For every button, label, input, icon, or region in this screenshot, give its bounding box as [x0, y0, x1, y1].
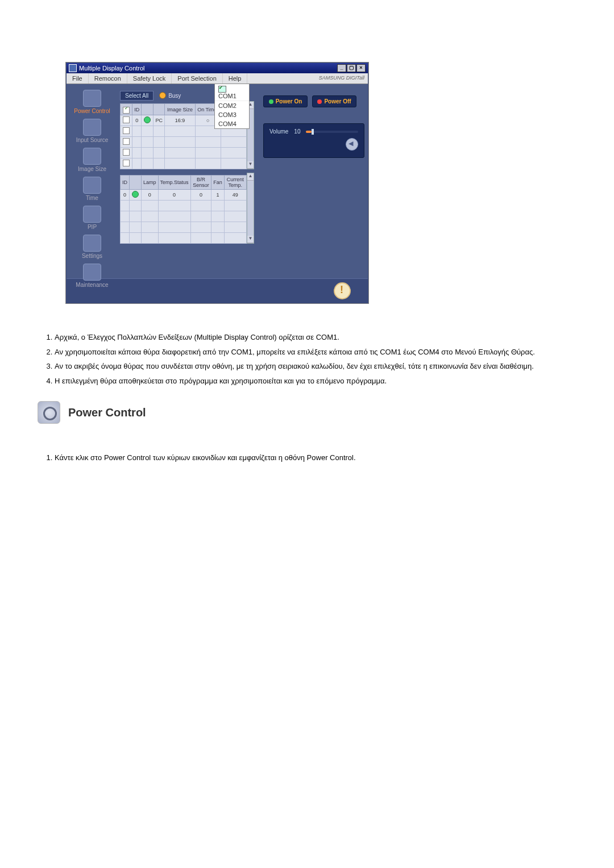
sidebar-item-pip[interactable]: PIP [67, 203, 118, 232]
list-item: Αρχικά, ο Έλεγχος Πολλαπλών Ενδείξεων (M… [55, 332, 575, 343]
warning-icon [334, 282, 351, 299]
source-icon [83, 119, 101, 136]
menu-help[interactable]: Help [223, 73, 248, 84]
list-item: Κάντε κλικ στο Power Control των κύριων … [55, 452, 575, 464]
port-option-com4[interactable]: COM4 [215, 119, 249, 128]
busy-indicator: Busy [159, 92, 181, 99]
table-row [121, 233, 247, 244]
power-on-button[interactable]: Power On [263, 95, 308, 107]
sidebar-item-settings[interactable]: Settings [67, 232, 118, 261]
sidebar-item-time[interactable]: Time [67, 174, 118, 203]
image-size-icon [83, 148, 101, 165]
scrollbar[interactable]: ▲▼ [247, 173, 254, 244]
menubar: File Remocon Safety Lock Port Selection … [67, 73, 368, 84]
section-header: Power Control [38, 401, 581, 424]
status-dot-icon [144, 116, 151, 123]
col2-brsensor: B/R Sensor [190, 176, 211, 190]
port-option-com1[interactable]: COM1 [215, 84, 249, 101]
col2-lamp: Lamp [142, 176, 159, 190]
app-window: Multiple Display Control _ ▢ × File Remo… [66, 62, 368, 303]
volume-label: Volume [269, 128, 288, 135]
table-row [121, 137, 247, 148]
table-row [121, 148, 247, 158]
maximize-button[interactable]: ▢ [347, 64, 356, 72]
sidebar: Power Control Input Source Image Size Ti… [67, 84, 118, 278]
col-imagesize: Image Size [165, 104, 195, 115]
col-source [154, 104, 165, 115]
window-title: Multiple Display Control [79, 65, 145, 72]
sidebar-item-maintenance[interactable]: Maintenance [67, 261, 118, 290]
port-option-com3[interactable]: COM3 [215, 110, 249, 119]
power-off-button[interactable]: Power Off [312, 95, 356, 107]
list-item: Η επιλεγμένη θύρα αποθηκεύεται στο πρόγρ… [55, 375, 575, 387]
row-checkbox[interactable] [123, 116, 130, 123]
settings-icon [83, 235, 101, 252]
section-notes-list: Κάντε κλικ στο Power Control των κύριων … [44, 452, 575, 464]
col2-id: ID [121, 176, 130, 190]
sidebar-item-image-size[interactable]: Image Size [67, 145, 118, 174]
sidebar-item-input-source[interactable]: Input Source [67, 116, 118, 145]
titlebar: Multiple Display Control _ ▢ × [67, 63, 368, 73]
header-checkbox[interactable] [123, 107, 130, 114]
menu-safetylock[interactable]: Safety Lock [127, 73, 172, 84]
maintenance-icon [83, 264, 101, 281]
scroll-up-icon[interactable]: ▲ [247, 173, 254, 181]
menu-portselection[interactable]: Port Selection [172, 73, 222, 84]
port-option-com2[interactable]: COM2 [215, 101, 249, 110]
status-table: ID Lamp Temp.Status B/R Sensor Fan Curre… [120, 175, 247, 244]
menu-remocon[interactable]: Remocon [89, 73, 127, 84]
app-icon [69, 64, 77, 72]
busy-dot-icon [159, 92, 166, 99]
close-button[interactable]: × [356, 64, 366, 72]
time-icon [83, 177, 101, 194]
speaker-icon[interactable] [346, 138, 358, 151]
volume-slider[interactable] [306, 131, 358, 133]
minimize-button[interactable]: _ [337, 64, 346, 72]
pip-icon [83, 206, 101, 223]
check-icon [218, 86, 226, 93]
scroll-down-icon[interactable]: ▼ [247, 161, 254, 169]
table-row[interactable]: 0 0 0 0 1 49 [121, 190, 247, 201]
select-all-button[interactable]: Select All [120, 91, 154, 101]
volume-value: 10 [294, 128, 300, 135]
status-dot-icon [132, 191, 139, 198]
power-icon [83, 90, 101, 107]
table-row [121, 201, 247, 211]
volume-panel: Volume 10 [263, 123, 364, 158]
col2-fan: Fan [211, 176, 225, 190]
scroll-down-icon[interactable]: ▼ [247, 236, 254, 243]
list-item: Αν χρησιμοποιείται κάποια θύρα διαφορετι… [55, 347, 575, 358]
sidebar-item-power-control[interactable]: Power Control [67, 87, 118, 116]
table-row [121, 222, 247, 233]
section-title: Power Control [68, 406, 146, 419]
brand-label: SAMSUNG DIGITall [316, 73, 368, 84]
table-row [121, 158, 247, 169]
table-row [121, 211, 247, 222]
port-dropdown: COM1 COM2 COM3 COM4 [214, 84, 250, 129]
col-id: ID [132, 104, 142, 115]
col2-tempstatus: Temp.Status [158, 176, 190, 190]
list-item: Αν το ακριβές όνομα θύρας που συνδέεται … [55, 361, 575, 372]
col2-currenttemp: Current Temp. [224, 176, 246, 190]
power-control-icon [38, 401, 60, 424]
volume-handle[interactable] [312, 129, 314, 135]
notes-list: Αρχικά, ο Έλεγχος Πολλαπλών Ενδείξεων (M… [44, 332, 575, 386]
power-off-indicator-icon [317, 99, 322, 104]
menu-file[interactable]: File [67, 73, 89, 84]
power-on-indicator-icon [269, 99, 273, 104]
